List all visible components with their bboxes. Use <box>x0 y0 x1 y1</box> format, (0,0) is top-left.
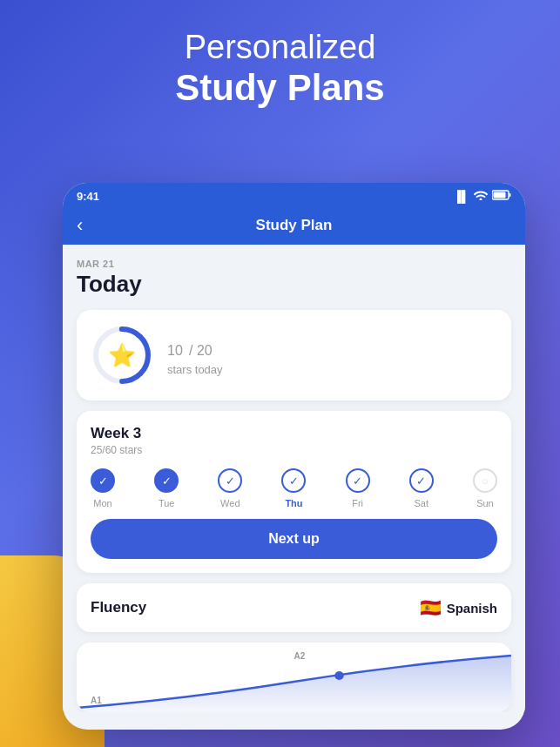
main-content: MAR 21 Today ⭐ 10 / 20 stars today <box>63 245 525 712</box>
date-label: MAR 21 <box>77 259 511 269</box>
spain-flag-icon: 🇪🇸 <box>420 597 442 618</box>
status-icons: ▐▌ <box>454 190 511 203</box>
signal-icon: ▐▌ <box>454 190 469 203</box>
header-subtitle: Personalized <box>35 28 525 68</box>
battery-icon <box>492 190 511 203</box>
day-check-tue: ✓ <box>154 468 179 493</box>
day-label-sun: Sun <box>476 498 494 508</box>
fluency-chart: A1 A2 <box>77 643 511 712</box>
day-label-mon: Mon <box>93 498 111 508</box>
day-check-sat: ✓ <box>409 468 434 493</box>
days-row: ✓ Mon ✓ Tue ✓ Wed ✓ Thu <box>91 468 497 508</box>
day-check-wed: ✓ <box>218 468 242 493</box>
week-section: Week 3 25/60 stars ✓ Mon ✓ Tue ✓ Wed <box>77 411 511 573</box>
stars-row: ⭐ 10 / 20 stars today <box>91 324 497 387</box>
day-item-fri: ✓ Fri <box>346 468 370 508</box>
header-title: Study Plans <box>35 68 525 108</box>
day-item-wed: ✓ Wed <box>218 468 242 508</box>
day-check-sun: ○ <box>473 468 497 493</box>
day-item-mon: ✓ Mon <box>91 468 115 508</box>
svg-rect-1 <box>494 192 506 199</box>
fluency-language-name: Spanish <box>447 601 497 616</box>
wifi-icon <box>474 190 488 203</box>
stars-card: ⭐ 10 / 20 stars today <box>77 310 511 400</box>
day-item-thu: ✓ Thu <box>281 468 306 508</box>
day-label-tue: Tue <box>159 498 175 508</box>
day-label-thu: Thu <box>285 498 302 508</box>
svg-point-5 <box>334 671 343 680</box>
stars-count: 10 / 20 <box>167 334 223 361</box>
nav-bar: ‹ Study Plan <box>63 208 525 245</box>
circle-progress: ⭐ <box>91 324 153 387</box>
fluency-section: Fluency 🇪🇸 Spanish <box>77 583 511 632</box>
day-label-fri: Fri <box>352 498 363 508</box>
day-item-sat: ✓ Sat <box>409 468 434 508</box>
stars-info: 10 / 20 stars today <box>167 334 223 376</box>
day-item-sun: ○ Sun <box>473 468 497 508</box>
status-bar: 9:41 ▐▌ <box>63 183 525 208</box>
stars-label: stars today <box>167 363 223 376</box>
header-text-block: Personalized Study Plans <box>0 28 560 108</box>
back-button[interactable]: ‹ <box>77 214 83 237</box>
day-check-thu: ✓ <box>281 468 306 493</box>
next-up-button[interactable]: Next up <box>91 519 497 559</box>
week-stars-label: 25/60 stars <box>91 444 497 456</box>
day-label-sat: Sat <box>415 498 429 508</box>
day-item-tue: ✓ Tue <box>154 468 179 508</box>
star-icon: ⭐ <box>108 342 136 369</box>
status-time: 9:41 <box>77 190 99 203</box>
week-title: Week 3 <box>91 425 497 442</box>
day-label-wed: Wed <box>220 498 240 508</box>
today-heading: Today <box>77 271 511 298</box>
nav-title: Study Plan <box>256 217 333 234</box>
day-check-mon: ✓ <box>91 468 115 493</box>
day-check-fri: ✓ <box>346 468 370 493</box>
svg-rect-2 <box>509 193 511 197</box>
fluency-title: Fluency <box>91 599 146 616</box>
fluency-language: 🇪🇸 Spanish <box>420 597 497 618</box>
phone-frame: 9:41 ▐▌ ‹ Study Plan MAR 21 <box>63 183 525 730</box>
